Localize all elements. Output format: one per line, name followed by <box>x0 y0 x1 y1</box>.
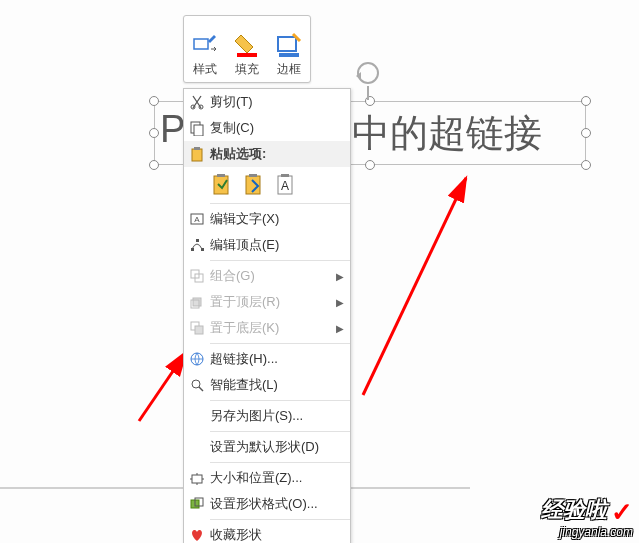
ribbon-border-label: 边框 <box>277 61 301 78</box>
menu-paste-header-label: 粘贴选项: <box>210 145 344 163</box>
handle-bl[interactable] <box>149 160 159 170</box>
heart-icon <box>184 525 210 543</box>
menu-group: 组合(G) ▶ <box>184 263 350 289</box>
send-back-icon <box>184 318 210 338</box>
svg-rect-6 <box>194 125 203 136</box>
menu-bring-front-label: 置于顶层(R) <box>210 293 336 311</box>
ribbon-fill-button[interactable]: 填充 <box>226 16 268 82</box>
textbox-right-text: 中的超链接 <box>352 101 542 165</box>
watermark-sub: jingyanla.com <box>541 526 633 539</box>
ribbon-fill-label: 填充 <box>235 61 259 78</box>
chevron-right-icon: ▶ <box>336 323 344 334</box>
border-icon <box>275 31 303 59</box>
svg-point-28 <box>192 380 200 388</box>
svg-rect-14 <box>281 174 289 177</box>
paste-option-1[interactable] <box>210 170 234 198</box>
svg-rect-23 <box>193 298 201 306</box>
group-icon <box>184 266 210 286</box>
menu-group-label: 组合(G) <box>210 267 336 285</box>
menu-smart-lookup[interactable]: 智能查找(L) <box>184 372 350 398</box>
svg-rect-19 <box>196 239 199 242</box>
edit-points-icon <box>184 235 210 255</box>
copy-icon <box>184 118 210 138</box>
menu-format-shape-label: 设置形状格式(O)... <box>210 495 344 513</box>
svg-rect-2 <box>279 53 299 57</box>
handle-tr[interactable] <box>581 96 591 106</box>
arrow-to-hyperlink <box>139 352 186 421</box>
arrow-to-textbox <box>363 178 466 395</box>
svg-rect-29 <box>192 475 202 483</box>
cut-icon <box>184 92 210 112</box>
ribbon-style-button[interactable]: 样式 <box>184 16 226 82</box>
style-icon <box>191 31 219 59</box>
menu-edit-points-label: 编辑顶点(E) <box>210 236 344 254</box>
svg-rect-9 <box>214 176 228 194</box>
watermark: 经验啦 ✓ jingyanla.com <box>541 498 633 539</box>
menu-paste-options: A <box>184 167 350 201</box>
menu-smart-lookup-label: 智能查找(L) <box>210 376 344 394</box>
svg-text:A: A <box>194 215 200 224</box>
svg-rect-8 <box>194 147 200 150</box>
svg-rect-7 <box>192 149 202 161</box>
menu-save-as-picture[interactable]: 另存为图片(S)... <box>184 403 350 429</box>
paste-option-2[interactable] <box>242 170 266 198</box>
menu-copy-label: 复制(C) <box>210 119 344 137</box>
menu-send-back-label: 置于底层(K) <box>210 319 336 337</box>
svg-rect-1 <box>278 37 296 51</box>
svg-text:A: A <box>281 179 289 193</box>
handle-bm[interactable] <box>365 160 375 170</box>
hyperlink-icon <box>184 349 210 369</box>
menu-send-back: 置于底层(K) ▶ <box>184 315 350 341</box>
ribbon-border-button[interactable]: 边框 <box>268 16 310 82</box>
svg-rect-0 <box>237 53 257 57</box>
chevron-right-icon: ▶ <box>336 297 344 308</box>
handle-ml[interactable] <box>149 128 159 138</box>
paste-option-3[interactable]: A <box>274 170 298 198</box>
size-position-icon <box>184 468 210 488</box>
watermark-main: 经验啦 <box>541 497 607 522</box>
handle-mr[interactable] <box>581 128 591 138</box>
handle-br[interactable] <box>581 160 591 170</box>
format-shape-icon <box>184 494 210 514</box>
svg-rect-12 <box>249 174 257 177</box>
handle-tl[interactable] <box>149 96 159 106</box>
bring-front-icon <box>184 292 210 312</box>
menu-bring-front: 置于顶层(R) ▶ <box>184 289 350 315</box>
menu-size-position[interactable]: 大小和位置(Z)... <box>184 465 350 491</box>
smart-lookup-icon <box>184 375 210 395</box>
menu-save-as-picture-label: 另存为图片(S)... <box>210 407 344 425</box>
chevron-right-icon: ▶ <box>336 271 344 282</box>
menu-favorite-shape[interactable]: 收藏形状 <box>184 522 350 543</box>
menu-hyperlink-label: 超链接(H)... <box>210 350 344 368</box>
svg-rect-26 <box>195 326 203 334</box>
menu-cut[interactable]: 剪切(T) <box>184 89 350 115</box>
blank-icon <box>184 406 210 426</box>
menu-format-shape[interactable]: 设置形状格式(O)... <box>184 491 350 517</box>
menu-paste-header: 粘贴选项: <box>184 141 350 167</box>
menu-copy[interactable]: 复制(C) <box>184 115 350 141</box>
edit-text-icon: A <box>184 209 210 229</box>
svg-rect-18 <box>191 248 194 251</box>
menu-set-default-label: 设置为默认形状(D) <box>210 438 344 456</box>
check-icon: ✓ <box>611 499 633 526</box>
paste-icon <box>184 144 210 164</box>
menu-size-position-label: 大小和位置(Z)... <box>210 469 344 487</box>
blank-icon <box>184 437 210 457</box>
menu-set-default[interactable]: 设置为默认形状(D) <box>184 434 350 460</box>
rotation-handle[interactable] <box>357 62 379 84</box>
context-menu: 剪切(T) 复制(C) 粘贴选项: A A 编辑文字(X) 编辑顶点 <box>183 88 351 543</box>
menu-favorite-shape-label: 收藏形状 <box>210 526 344 543</box>
menu-cut-label: 剪切(T) <box>210 93 344 111</box>
menu-edit-text[interactable]: A 编辑文字(X) <box>184 206 350 232</box>
fill-icon <box>233 31 261 59</box>
menu-edit-points[interactable]: 编辑顶点(E) <box>184 232 350 258</box>
mini-format-ribbon: 样式 填充 边框 <box>183 15 311 83</box>
svg-rect-20 <box>201 248 204 251</box>
svg-rect-10 <box>217 174 225 177</box>
ribbon-style-label: 样式 <box>193 61 217 78</box>
menu-edit-text-label: 编辑文字(X) <box>210 210 344 228</box>
menu-hyperlink[interactable]: 超链接(H)... <box>184 346 350 372</box>
